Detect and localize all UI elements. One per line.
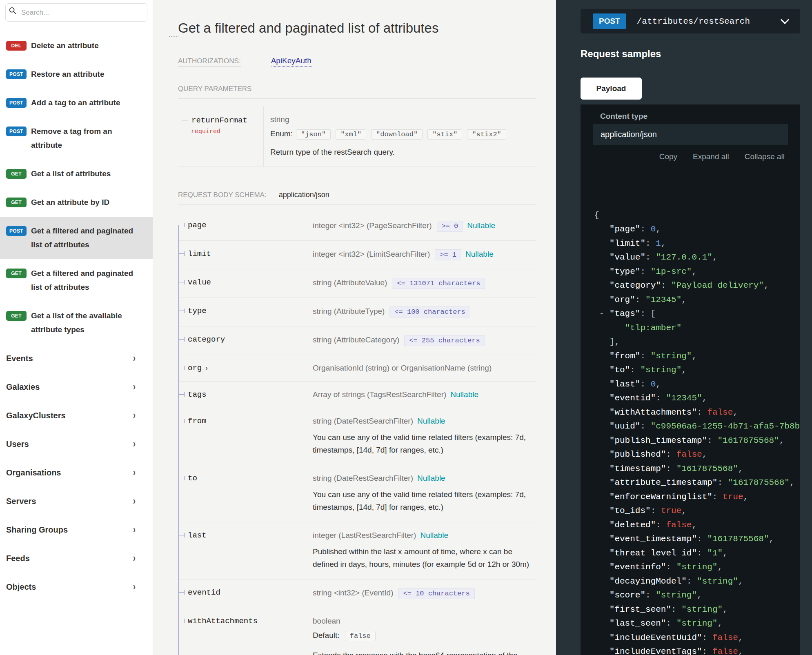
param-name: returnFormat [191, 116, 247, 125]
sidebar: DEL Delete an attribute POST Restore an … [0, 0, 153, 655]
sidebar-section-label: Feeds [6, 551, 30, 565]
code-action-button[interactable]: Copy [659, 152, 677, 161]
code-line: "org": "12345", [594, 293, 800, 307]
sidebar-operation-item[interactable]: GET Get a list of the available attribut… [0, 302, 153, 344]
code-line: "to": "string", [594, 363, 800, 377]
code-line: "decayingModel": "string", [594, 575, 800, 589]
code-line: "first_seen": "string", [594, 603, 800, 617]
tab-payload[interactable]: Payload [581, 78, 642, 100]
sidebar-operation-item[interactable]: GET Get an attribute by ID [0, 188, 153, 217]
sidebar-item-label: Restore an attribute [31, 67, 104, 81]
field-description-cell: string (DateRestSearchFilter)Nullable Yo… [306, 408, 536, 465]
code-line: "from": "string", [594, 349, 800, 364]
sidebar-operation-item[interactable]: GET Get a filtered and paginated list of… [0, 259, 153, 302]
sidebar-operation-item[interactable]: GET Get a list of attributes [0, 160, 153, 188]
code-line: - "tags": [ [594, 307, 800, 321]
tree-connector-icon [178, 475, 185, 480]
field-type: Array of strings (TagsRestSearchFilter) [313, 390, 446, 399]
nullable-flag: Nullable [465, 250, 494, 258]
field-description-cell: string (AttributeCategory)<= 255 charact… [306, 326, 536, 355]
request-body-schema-type[interactable]: application/json [279, 191, 329, 199]
code-line: "enforceWarninglist": true, [594, 490, 800, 504]
field-name-cell: category [178, 326, 306, 355]
page-title: Get a filtered and paginated list of att… [178, 20, 536, 36]
tree-connector-icon [178, 365, 185, 370]
content-type-label: Content type [600, 112, 800, 121]
field-type: string (AttributeValue) [313, 278, 387, 287]
code-line: "last_seen": "string", [594, 617, 800, 631]
method-badge: GET [6, 169, 27, 179]
tree-connector-icon [178, 590, 185, 595]
field-type: boolean [313, 617, 340, 625]
constraint-badge: <= 100 characters [389, 306, 470, 318]
field-type-line: Array of strings (TagsRestSearchFilter)N… [313, 390, 536, 399]
code-line: "includeEventTags": false, [594, 645, 800, 655]
sidebar-section[interactable]: Users › [0, 430, 153, 458]
sidebar-section[interactable]: Events › [0, 344, 153, 373]
expand-chevron-icon[interactable]: › [205, 364, 208, 372]
code-line: "eventid": "12345", [594, 391, 800, 406]
code-line: "page": 0, [594, 222, 800, 237]
field-name: tags [188, 390, 207, 399]
code-line: "category": "Payload delivery", [594, 279, 800, 293]
sidebar-operation-item[interactable]: POST Add a tag to an attribute [0, 89, 153, 117]
sidebar-operation-item[interactable]: DEL Delete an attribute [0, 31, 153, 60]
endpoint-dropdown[interactable]: POST /attributes/restSearch [581, 9, 800, 33]
field-name: page [188, 221, 207, 230]
enum-label: Enum: [270, 129, 293, 138]
deep-link-anchor[interactable] [169, 36, 178, 37]
nullable-flag: Nullable [420, 531, 448, 540]
sidebar-operation-item[interactable]: POST Get a filtered and paginated list o… [0, 217, 153, 259]
search-icon [9, 7, 16, 14]
enum-values: "json""xml""download""stix""stix2" [293, 129, 508, 138]
search-input[interactable] [5, 3, 147, 22]
sidebar-section[interactable]: GalaxyClusters › [0, 401, 153, 430]
field-type: string (AttributeCategory) [313, 335, 399, 344]
sidebar-section[interactable]: Servers › [0, 487, 153, 515]
sidebar-section[interactable]: Organisations › [0, 458, 153, 487]
field-type: integer <int32> (PageSearchFilter) [313, 221, 432, 230]
table-row: tags Array of strings (TagsRestSearchFil… [178, 382, 536, 408]
field-type: OrganisationId (string) or OrganisationN… [313, 364, 492, 372]
constraint-badge: <= 131071 characters [392, 278, 485, 289]
table-row: to string (DateRestSearchFilter)Nullable… [178, 465, 536, 522]
sidebar-section[interactable]: Feeds › [0, 544, 153, 573]
query-parameters-table: returnFormat required string Enum:"json"… [178, 106, 536, 167]
code-line: "type": "ip-src", [594, 265, 800, 279]
constraint-badge: <= 10 characters [398, 588, 475, 599]
sidebar-section[interactable]: Objects › [0, 573, 153, 601]
code-action-button[interactable]: Expand all [693, 152, 729, 161]
chevron-right-icon: › [133, 552, 136, 565]
field-type-line: string <int32> (EventId)<= 10 characters [313, 588, 536, 599]
param-description-cell: string Enum:"json""xml""download""stix""… [264, 106, 536, 167]
code-line: "score": "string", [594, 588, 800, 603]
nullable-flag: Nullable [417, 417, 445, 425]
field-name-cell: value [178, 269, 306, 298]
sidebar-section[interactable]: Galaxies › [0, 373, 153, 401]
sidebar-operation-item[interactable]: POST Remove a tag from an attribute [0, 117, 153, 160]
constraint-badge: >= 0 [437, 221, 463, 232]
default-label: Default: [313, 631, 339, 639]
sidebar-item-label: Add a tag to an attribute [31, 96, 120, 110]
content-type-dropdown[interactable]: application/json [593, 124, 788, 145]
chevron-right-icon: › [133, 381, 136, 393]
endpoint-path: /attributes/restSearch [637, 17, 750, 26]
sidebar-nav: DEL Delete an attribute POST Restore an … [0, 31, 153, 344]
code-action-button[interactable]: Collapse all [745, 152, 785, 161]
chevron-down-icon [781, 16, 789, 24]
code-actions: CopyExpand allCollapse all [581, 152, 785, 161]
code-line: ], [594, 335, 800, 349]
field-name-cell: tags [178, 382, 306, 408]
sidebar-operation-item[interactable]: POST Restore an attribute [0, 60, 153, 89]
authorizations-link[interactable]: ApiKeyAuth [271, 56, 311, 67]
field-type-line: integer (LastRestSearchFilter)Nullable [313, 531, 536, 540]
field-description: Published within the last x amount of ti… [313, 545, 536, 571]
method-badge: GET [6, 311, 27, 321]
code-line: "withAttachments": false, [594, 406, 800, 420]
required-flag: required [191, 128, 263, 135]
field-description: Extends the response with the base64 rep… [313, 649, 536, 655]
field-name-cell: org› [178, 355, 306, 381]
sidebar-section[interactable]: Sharing Groups › [0, 515, 153, 544]
enum-row: Enum:"json""xml""download""stix""stix2" [270, 129, 536, 142]
table-row: last integer (LastRestSearchFilter)Nulla… [178, 522, 536, 580]
